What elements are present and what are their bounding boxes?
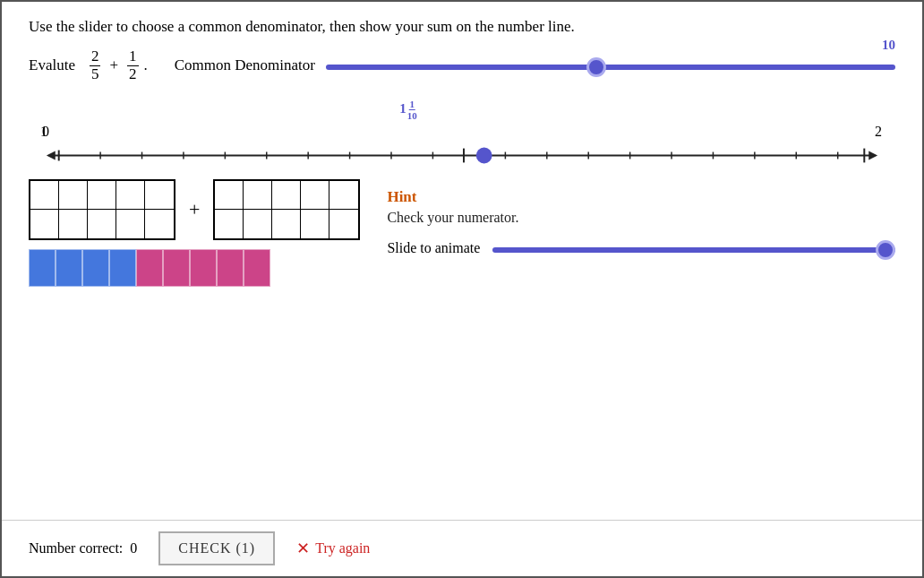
bottom-bar: Number correct: 0 CHECK (1) ✕ Try again — [2, 520, 922, 576]
grid-box-2 — [213, 179, 360, 240]
grids-area: + — [29, 179, 360, 240]
cd-slider-container: 10 — [326, 57, 895, 73]
nl-label-2: 2 — [875, 124, 882, 140]
fraction2-numerator: 1 — [127, 48, 139, 66]
bar-cell-blue-2 — [56, 249, 82, 287]
grids-plus: + — [189, 198, 200, 221]
bar-cell-pink-5 — [244, 249, 270, 287]
fraction-2: 1 2 — [127, 48, 139, 82]
number-line-svg — [38, 140, 886, 171]
cd-label: Common Denominator — [175, 56, 315, 74]
try-again: ✕ Try again — [296, 539, 370, 558]
cd-slider-value: 10 — [882, 38, 895, 53]
fraction1-denominator: 5 — [90, 66, 101, 83]
try-again-label: Try again — [315, 540, 370, 556]
animate-row: Slide to animate — [387, 240, 895, 256]
bar-cell-pink-1 — [136, 249, 163, 287]
grid-box-1 — [29, 179, 175, 240]
grids-and-bar: + — [29, 179, 360, 287]
number-line-wrapper: 1110 0 1 2 — [38, 99, 886, 171]
bar-cell-pink-3 — [190, 249, 217, 287]
evaluate-label: Evalute 2 5 + 1 2 . — [29, 48, 148, 82]
hint-animate-section: Hint Check your numerator. Slide to anim… — [387, 179, 895, 287]
fraction2-denominator: 2 — [127, 66, 139, 83]
x-icon: ✕ — [296, 539, 310, 558]
check-button[interactable]: CHECK (1) — [158, 531, 275, 565]
marker-label: 1110 — [399, 99, 418, 121]
bar-cell-blue-1 — [29, 249, 56, 287]
instruction-text: Use the slider to choose a common denomi… — [29, 18, 895, 36]
hint-title: Hint — [387, 188, 895, 206]
num-correct-label: Number correct: 0 — [29, 540, 137, 556]
cd-slider[interactable] — [326, 65, 895, 70]
svg-marker-1 — [47, 151, 56, 160]
animate-slider-container — [492, 240, 895, 256]
fraction1-numerator: 2 — [90, 48, 101, 66]
animate-label: Slide to animate — [387, 240, 480, 256]
common-denominator-section: Common Denominator 10 — [175, 56, 895, 74]
bar-cell-pink-4 — [217, 249, 244, 287]
bar-cell-blue-3 — [82, 249, 109, 287]
num-correct-value: 0 — [130, 540, 137, 556]
svg-marker-2 — [868, 151, 877, 160]
hint-block: Hint Check your numerator. — [387, 188, 895, 226]
bar-cell-blue-4 — [109, 249, 136, 287]
nl-label-1: 1 — [40, 124, 47, 140]
animate-slider[interactable] — [492, 247, 895, 253]
nl-labels: 0 1 2 — [38, 99, 886, 140]
svg-point-14 — [476, 148, 492, 164]
bar-cell-pink-2 — [163, 249, 190, 287]
colored-bar — [29, 249, 270, 287]
number-line-section: 1110 0 1 2 — [29, 99, 895, 161]
evaluate-word: Evalute — [29, 56, 75, 74]
middle-section: + — [29, 179, 895, 287]
plus-operator: + — [109, 56, 118, 74]
fraction-1: 2 5 — [90, 48, 101, 82]
hint-text: Check your numerator. — [387, 210, 895, 226]
period: . — [144, 56, 148, 74]
